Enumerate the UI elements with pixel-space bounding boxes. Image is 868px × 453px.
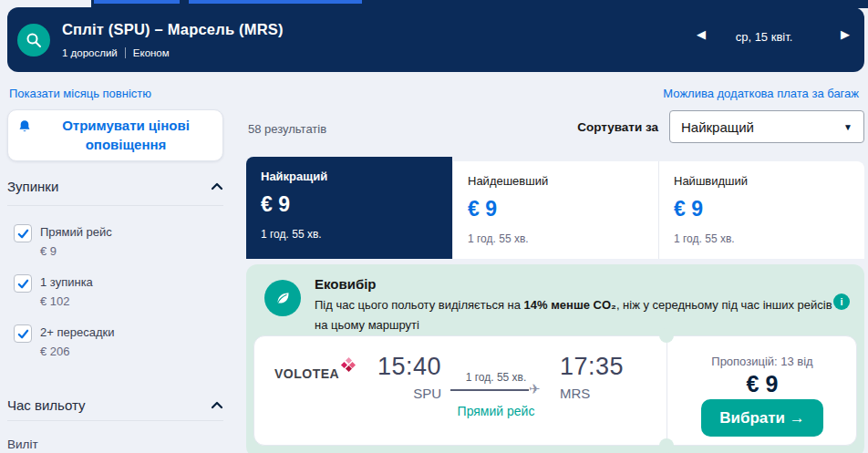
divider	[7, 420, 223, 421]
arrival-time: 17:35	[560, 353, 646, 381]
deals-count-label: Пропозицій: 13 від	[666, 355, 858, 368]
airline-name: VOLOTEA	[274, 366, 339, 381]
bell-icon	[17, 119, 32, 134]
next-day-button[interactable]: ▶	[841, 28, 850, 40]
filter-option-price: € 9	[40, 244, 57, 258]
info-icon[interactable]: i	[833, 293, 850, 310]
plane-icon: ✈	[529, 381, 541, 397]
flight-price: € 9	[666, 371, 858, 397]
sort-dropdown[interactable]: Найкращий ▼	[669, 110, 864, 143]
filter-option-label: 2+ пересадки	[40, 325, 114, 339]
tab-duration: 1 год. 55 хв.	[468, 232, 644, 245]
passengers-label: 1 дорослий	[62, 47, 118, 58]
show-whole-month-link[interactable]: Показати місяць повністю	[9, 87, 151, 100]
sort-tabs: Найкращий € 9 1 год. 55 хв. Найдешевший …	[246, 157, 864, 259]
tab-duration: 1 год. 55 хв.	[261, 228, 438, 241]
departure-time-section-title: Час вильоту	[7, 397, 85, 413]
flight-result-card[interactable]: VOLOTEA 15:40 SPU 1 год. 55 хв. ✈ Прямий…	[253, 335, 857, 446]
two-plus-stops-checkbox[interactable]	[14, 324, 32, 343]
tab-price: € 9	[468, 197, 644, 221]
tab-best[interactable]: Найкращий € 9 1 год. 55 хв.	[246, 157, 452, 259]
top-strip-segment	[94, 0, 180, 4]
subtitle-divider	[125, 47, 126, 58]
tab-price: € 9	[674, 197, 850, 221]
filter-option-label: 1 зупинка	[40, 275, 93, 289]
chevron-up-icon	[211, 400, 223, 410]
eco-description: Під час цього польоту виділяється на 14%…	[315, 295, 848, 335]
select-flight-button[interactable]: Вибрати →	[701, 399, 823, 437]
stops-section-title: Зупинки	[7, 179, 58, 194]
departure-time: 15:40	[355, 353, 441, 381]
sort-by-label: Сортувати за	[577, 120, 658, 134]
search-summary-header: Спліт (SPU) – Марсель (MRS) 1 дорослий Е…	[7, 7, 864, 72]
cabin-class-label: Економ	[133, 47, 170, 58]
filter-option-price: € 102	[40, 294, 70, 308]
departure-time-section-header[interactable]: Час вильоту	[7, 397, 223, 413]
filter-option-price: € 206	[40, 345, 70, 358]
arrival-airport-code: MRS	[560, 386, 646, 401]
tab-fastest[interactable]: Найшвидший € 9 1 год. 55 хв.	[658, 161, 864, 259]
filters-sidebar: Отримувати цінові оповіщення Зупинки Пря…	[7, 109, 223, 453]
direct-checkbox[interactable]	[14, 224, 32, 242]
search-subtitle: 1 дорослий Економ	[62, 47, 170, 58]
search-icon	[26, 32, 42, 48]
one-stop-checkbox[interactable]	[14, 274, 32, 293]
departure-airport-code: SPU	[355, 386, 441, 401]
leaf-icon	[264, 280, 301, 316]
price-section: Пропозицій: 13 від € 9 Вибрати →	[666, 336, 858, 445]
arrival-block: 17:35 MRS	[560, 353, 646, 401]
eco-title: Ековибір	[315, 276, 377, 292]
sort-selected-value: Найкращий	[681, 119, 754, 135]
eco-choice-banner: Ековибір Під час цього польоту виділяєть…	[246, 264, 864, 453]
eco-text-part: Під час цього польоту виділяється на	[315, 298, 524, 312]
results-count: 58 результатів	[248, 122, 326, 136]
search-button[interactable]	[17, 24, 50, 57]
top-strip-segment	[189, 0, 362, 4]
caret-down-icon: ▼	[843, 122, 852, 132]
stops-section-header[interactable]: Зупинки	[7, 179, 223, 194]
filter-option-label: Прямий рейс	[40, 225, 112, 239]
price-alerts-button[interactable]: Отримувати цінові оповіщення	[7, 109, 223, 161]
flight-path-line	[450, 389, 529, 391]
tab-cheapest[interactable]: Найдешевший € 9 1 год. 55 хв.	[452, 161, 658, 259]
results-main: 58 результатів Сортувати за Найкращий ▼ …	[246, 108, 864, 453]
tab-price: € 9	[261, 192, 438, 217]
baggage-fee-link[interactable]: Можлива додаткова плата за багаж	[663, 87, 859, 100]
departure-subsection-label: Виліт	[7, 438, 38, 451]
current-date-label: ср, 15 квіт.	[700, 30, 828, 44]
chevron-right-icon: ▶	[841, 27, 850, 41]
departure-block: 15:40 SPU	[355, 353, 441, 401]
volotea-diamond-icon	[342, 358, 355, 371]
flight-duration: 1 год. 55 хв.	[450, 371, 542, 384]
divider	[7, 205, 223, 206]
route-title: Спліт (SPU) – Марсель (MRS)	[62, 21, 284, 38]
tab-label: Найшвидший	[674, 174, 850, 188]
tab-label: Найкращий	[261, 170, 438, 183]
tab-label: Найдешевший	[468, 174, 644, 188]
tab-duration: 1 год. 55 хв.	[674, 232, 850, 245]
direct-flight-link[interactable]: Прямий рейс	[450, 404, 542, 418]
eco-text-bold: 14% менше CO₂	[524, 298, 616, 312]
chevron-up-icon	[211, 181, 223, 191]
airline-logo: VOLOTEA	[274, 366, 339, 381]
price-alerts-label: Отримувати цінові оповіщення	[38, 117, 213, 154]
